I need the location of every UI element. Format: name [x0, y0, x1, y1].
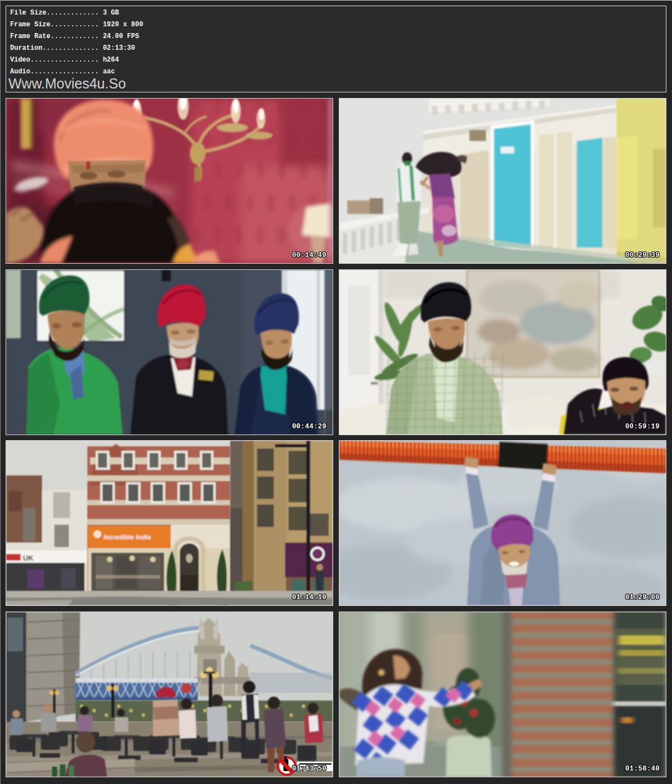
svg-text:UK: UK	[23, 554, 34, 562]
svg-text:Incredible India: Incredible India	[104, 534, 151, 540]
